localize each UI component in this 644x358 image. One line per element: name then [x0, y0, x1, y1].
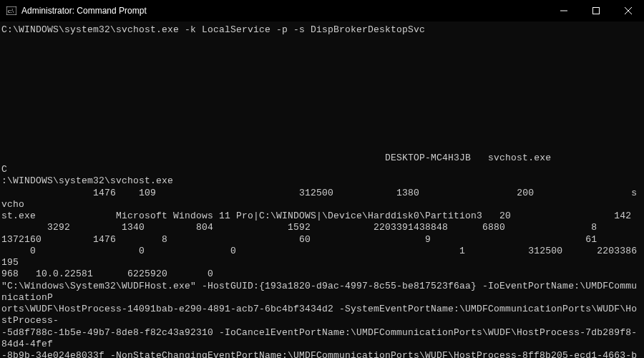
titlebar: c:\ Administrator: Command Prompt — [0, 0, 644, 21]
svg-rect-3 — [592, 8, 599, 14]
maximize-button[interactable] — [580, 0, 612, 21]
terminal-line — [1, 141, 640, 153]
terminal-line: -8b9b-34e024e8033f -NonStateChangingEven… — [1, 350, 640, 358]
terminal-line: 968 10.0.22581 6225920 0 — [1, 268, 640, 280]
minimize-button[interactable] — [547, 0, 580, 21]
terminal-line — [1, 106, 640, 117]
close-button[interactable] — [612, 0, 644, 21]
terminal-line — [1, 36, 640, 47]
terminal-line: st.exe Microsoft Windows 11 Pro|C:\WINDO… — [1, 211, 640, 222]
terminal-line — [1, 71, 640, 82]
terminal-line — [1, 48, 640, 59]
window-title: Administrator: Command Prompt — [21, 6, 547, 16]
cmd-icon: c:\ — [6, 5, 17, 16]
terminal-line: 0 0 0 1 312500 2203386195 — [1, 246, 640, 269]
terminal-line — [1, 117, 640, 129]
window-controls — [547, 0, 644, 21]
terminal-line: orts\WUDF\HostProcess-14091bab-e290-4891… — [1, 304, 640, 327]
terminal-line: -5d8f788c-1b5e-49b7-8de8-f82c43a92310 -I… — [1, 327, 640, 351]
terminal-output[interactable]: C:\WINDOWS\system32\svchost.exe -k Local… — [0, 21, 644, 358]
terminal-line — [1, 129, 640, 140]
terminal-line: 1372160 1476 8 60 9 61 — [1, 234, 640, 246]
terminal-line: "C:\Windows\System32\WUDFHost.exe" -Host… — [1, 281, 640, 304]
terminal-line — [1, 82, 640, 94]
svg-text:c:\: c:\ — [8, 8, 14, 14]
terminal-line: DESKTOP-MC4H3JB svchost.exe C — [1, 153, 640, 176]
terminal-line — [1, 59, 640, 71]
terminal-line: 1476 109 312500 1380 200 svcho — [1, 188, 640, 211]
terminal-line — [1, 95, 640, 106]
terminal-line: :\WINDOWS\system32\svchost.exe — [1, 175, 640, 187]
terminal-line: C:\WINDOWS\system32\svchost.exe -k Local… — [1, 24, 640, 36]
terminal-line: 3292 1340 804 1592 2203391438848 6880 8 — [1, 222, 640, 233]
